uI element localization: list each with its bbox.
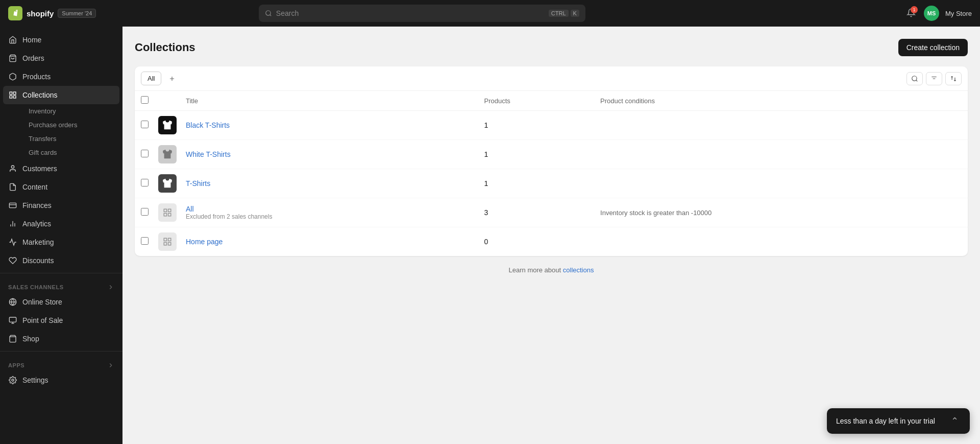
topnav-right: 1 MS My Store xyxy=(904,6,972,21)
search-table-button[interactable] xyxy=(906,72,923,85)
pos-icon xyxy=(8,316,17,325)
row-products-cell: 1 xyxy=(478,140,594,169)
analytics-icon xyxy=(8,219,17,228)
row-conditions-cell xyxy=(594,227,968,256)
row-image-cell xyxy=(155,227,180,256)
table-row: Black T-Shirts1 xyxy=(135,111,968,140)
shop-icon xyxy=(8,334,17,343)
row-checkbox-cell xyxy=(135,198,155,227)
sidebar-item-orders[interactable]: Orders xyxy=(0,49,122,67)
row-checkbox-cell xyxy=(135,227,155,256)
sidebar-item-shop[interactable]: Shop xyxy=(0,330,122,348)
toast-close-button[interactable]: ⌃ xyxy=(949,415,961,427)
collection-subtitle: Excluded from 2 sales channels xyxy=(186,213,472,220)
trial-toast: Less than a day left in your trial ⌃ xyxy=(827,408,970,434)
svg-rect-2 xyxy=(10,92,12,95)
header-checkbox-col xyxy=(135,91,155,111)
sort-table-button[interactable] xyxy=(945,72,962,85)
sidebar-item-label-products: Products xyxy=(22,73,51,81)
avatar: MS xyxy=(924,6,939,21)
table-body: Black T-Shirts1White T-Shirts1T-Shirts1A… xyxy=(135,111,968,256)
row-checkbox-cell xyxy=(135,111,155,140)
svg-point-18 xyxy=(12,379,14,381)
row-checkbox[interactable] xyxy=(141,179,149,186)
store-name: My Store xyxy=(945,10,972,17)
sidebar-item-settings[interactable]: Settings xyxy=(0,371,122,389)
sidebar-item-purchase-orders[interactable]: Purchase orders xyxy=(22,118,122,132)
sidebar-item-transfers[interactable]: Transfers xyxy=(22,132,122,146)
sidebar-item-customers[interactable]: Customers xyxy=(0,159,122,178)
sidebar-item-home[interactable]: Home xyxy=(0,31,122,49)
collections-link[interactable]: collections xyxy=(563,266,594,274)
table-actions xyxy=(906,72,962,85)
row-conditions-cell xyxy=(594,140,968,169)
row-image-cell xyxy=(155,198,180,227)
search-bar[interactable]: CTRL K xyxy=(259,5,585,22)
sidebar-item-label-online-store: Online Store xyxy=(22,298,62,306)
sidebar-item-collections[interactable]: Collections xyxy=(3,86,119,104)
learn-more-section: Learn more about collections xyxy=(135,256,968,284)
collections-card: All xyxy=(135,66,968,256)
sidebar-item-label-settings: Settings xyxy=(22,376,48,384)
sidebar-item-label-orders: Orders xyxy=(22,54,44,62)
search-input[interactable] xyxy=(276,9,545,17)
sidebar-item-label-collections: Collections xyxy=(22,91,57,99)
row-conditions-cell: Inventory stock is greater than -10000 xyxy=(594,198,968,227)
sidebar-item-content[interactable]: Content xyxy=(0,178,122,196)
sidebar-item-marketing[interactable]: Marketing xyxy=(0,233,122,251)
content-icon xyxy=(8,182,17,192)
sidebar: Home Orders Products Collections Invento… xyxy=(0,27,122,444)
collection-title[interactable]: White T-Shirts xyxy=(186,150,472,158)
create-collection-button[interactable]: Create collection xyxy=(898,39,968,56)
table-header-row: Title Products Product conditions xyxy=(135,91,968,111)
collection-title[interactable]: Home page xyxy=(186,238,472,246)
collections-icon xyxy=(8,90,17,100)
sidebar-item-inventory[interactable]: Inventory xyxy=(22,104,122,118)
row-checkbox[interactable] xyxy=(141,121,149,128)
collection-title[interactable]: T-Shirts xyxy=(186,179,472,188)
sidebar-item-label-discounts: Discounts xyxy=(22,256,54,265)
sidebar-item-finances[interactable]: Finances xyxy=(0,196,122,215)
sidebar-item-analytics[interactable]: Analytics xyxy=(0,215,122,233)
kbd-ctrl: CTRL xyxy=(549,10,569,17)
sidebar-item-online-store[interactable]: Online Store xyxy=(0,293,122,311)
svg-rect-4 xyxy=(13,96,16,98)
collection-title[interactable]: Black T-Shirts xyxy=(186,121,472,129)
notifications-button[interactable]: 1 xyxy=(904,6,918,21)
svg-rect-31 xyxy=(168,243,171,245)
collections-table: Title Products Product conditions Black … xyxy=(135,91,968,256)
row-image-cell xyxy=(155,169,180,198)
sidebar-item-point-of-sale[interactable]: Point of Sale xyxy=(0,311,122,330)
header-products: Products xyxy=(478,91,594,111)
svg-rect-28 xyxy=(164,214,166,216)
row-checkbox[interactable] xyxy=(141,237,149,245)
sidebar-item-products[interactable]: Products xyxy=(0,67,122,86)
sidebar-item-label-pos: Point of Sale xyxy=(22,316,63,324)
row-checkbox[interactable] xyxy=(141,208,149,216)
products-submenu: Inventory Purchase orders Transfers Gift… xyxy=(0,104,122,159)
svg-rect-7 xyxy=(9,203,16,207)
online-store-icon xyxy=(8,297,17,307)
add-filter-button[interactable] xyxy=(165,73,179,84)
sales-channels-section[interactable]: Sales channels xyxy=(0,276,122,293)
apps-section[interactable]: Apps xyxy=(0,355,122,371)
svg-rect-32 xyxy=(164,243,166,245)
discounts-icon xyxy=(8,256,17,265)
row-title-cell: AllExcluded from 2 sales channels xyxy=(180,198,478,227)
sidebar-item-discounts[interactable]: Discounts xyxy=(0,251,122,270)
row-products-cell: 1 xyxy=(478,111,594,140)
select-all-checkbox[interactable] xyxy=(141,96,149,104)
sidebar-item-gift-cards[interactable]: Gift cards xyxy=(22,146,122,159)
collection-title[interactable]: All xyxy=(186,205,472,213)
product-thumbnail xyxy=(158,145,177,163)
tab-all[interactable]: All xyxy=(141,72,161,85)
customers-icon xyxy=(8,164,17,173)
row-image-cell xyxy=(155,111,180,140)
filter-table-button[interactable] xyxy=(926,72,942,85)
product-thumbnail xyxy=(158,232,177,251)
products-icon xyxy=(8,72,17,81)
row-checkbox[interactable] xyxy=(141,150,149,157)
logo-text: shopify xyxy=(27,9,54,18)
sidebar-item-label-analytics: Analytics xyxy=(22,220,51,228)
home-icon xyxy=(8,35,17,44)
